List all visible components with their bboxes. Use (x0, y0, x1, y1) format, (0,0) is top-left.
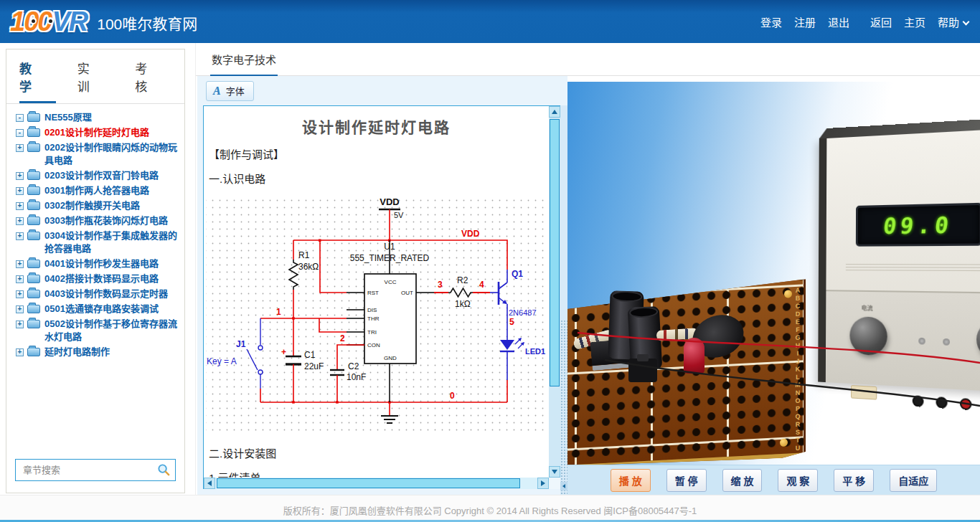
course-tree: -NE555原理 -0201设计制作延时灯电路 +0202设计制作眼睛闪烁的动物… (6, 104, 184, 359)
scroll-down-button[interactable] (549, 466, 560, 478)
auto-fit-button[interactable]: 自适应 (890, 469, 937, 492)
zoom-button[interactable]: 缩 放 (722, 469, 763, 492)
vertical-scroll-thumb[interactable] (550, 119, 560, 386)
tab-digital-electronics[interactable]: 数字电子技术 (210, 52, 278, 77)
content-tabbar: 数字电子技术 (196, 43, 980, 76)
nav-link-home[interactable]: 主页 (904, 14, 925, 29)
svg-text:C2: C2 (348, 361, 359, 371)
board-screw (780, 439, 788, 447)
psu-indicator (918, 338, 925, 345)
content-area: 数字电子技术 A 字体 设计制作延时灯电路 【制作与调试】 一.认识电路 (195, 43, 980, 495)
scroll-right-button[interactable] (537, 478, 549, 489)
tree-expander[interactable]: + (16, 144, 24, 152)
tree-expander[interactable]: - (16, 129, 24, 137)
tree-expander[interactable]: + (16, 232, 24, 240)
tree-item[interactable]: +0302制作触摸开关电路 (16, 199, 180, 212)
svg-text:LED1: LED1 (525, 347, 545, 356)
tree-item[interactable]: +0401设计制作秒发生器电路 (16, 257, 180, 270)
horizontal-scrollbar[interactable] (204, 478, 549, 489)
svg-text:R1: R1 (298, 250, 310, 260)
tree-expander[interactable]: + (16, 290, 24, 298)
psu-knob-panel: 电流 电压 (826, 290, 980, 394)
svg-text:5: 5 (509, 317, 514, 327)
tree-item[interactable]: +0303制作瓶花装饰闪烁灯电路 (16, 214, 180, 227)
font-button[interactable]: A 字体 (206, 81, 254, 101)
doc-section: 1.元件清单 (209, 470, 549, 478)
svg-text:U1: U1 (384, 242, 395, 252)
tree-expander[interactable]: + (16, 172, 24, 180)
play-button[interactable]: 播 放 (611, 469, 651, 492)
tree-expander[interactable]: + (16, 260, 24, 268)
tree-item[interactable]: +0203设计制作双音门铃电路 (16, 169, 180, 182)
horizontal-scroll-thumb[interactable] (217, 478, 520, 488)
site-title: 100唯尔教育网 (97, 12, 197, 34)
tree-expander[interactable]: + (16, 275, 24, 283)
tree-item[interactable]: +0402搭接计数译码显示电路 (16, 272, 180, 285)
chevron-down-icon (963, 19, 970, 26)
folder-icon (27, 348, 40, 356)
nav-link-logout[interactable]: 退出 (828, 14, 849, 29)
tree-item[interactable]: +0403设计制作数码显示定时器 (16, 288, 180, 300)
logo-eye (29, 17, 37, 24)
led-component (684, 338, 705, 374)
doc-title: 设计制作延时灯电路 (204, 115, 549, 137)
tree-expander[interactable]: + (16, 305, 24, 313)
nav-link-register[interactable]: 注册 (794, 14, 816, 29)
tree-expander[interactable]: + (16, 321, 24, 328)
search-input[interactable] (23, 465, 157, 475)
nav-link-back[interactable]: 返回 (870, 14, 892, 29)
3d-viewport[interactable]: 09.0 电压(V) 电流(A) 电流 电压 (567, 82, 980, 465)
nav-link-login[interactable]: 登录 (760, 14, 782, 29)
folder-icon (27, 232, 40, 240)
svg-text:TRI: TRI (367, 329, 377, 336)
tree-expander[interactable]: + (16, 217, 24, 225)
tab-training[interactable]: 实 训 (77, 59, 114, 103)
tree-item[interactable]: +0501选通锁存电路安装调试 (16, 303, 180, 315)
tree-item[interactable]: +0202设计制作眼睛闪烁的动物玩具电路 (16, 141, 180, 167)
search-icon[interactable] (157, 463, 171, 477)
nav-link-help[interactable]: 帮助 (938, 14, 969, 29)
scroll-left-button[interactable] (204, 478, 215, 489)
tree-item[interactable]: +0502设计制作基于移位寄存器流水灯电路 (16, 318, 180, 343)
observe-button[interactable]: 观 察 (778, 469, 818, 492)
svg-text:CON: CON (367, 342, 380, 348)
svg-text:+: + (281, 347, 286, 357)
svg-text:2: 2 (340, 333, 345, 343)
page: 100VR 100唯尔教育网 登录 注册 退出 返回 主页 帮助 教 学 实 训… (0, 0, 980, 522)
logo[interactable]: 100VR 100唯尔教育网 (10, 6, 197, 37)
folder-icon (27, 201, 40, 210)
tree-item[interactable]: +0301制作两人抢答器电路 (16, 184, 180, 197)
tree-item[interactable]: +延时灯电路制作 (16, 346, 180, 359)
scroll-up-button[interactable] (549, 106, 560, 118)
doc-content: 设计制作延时灯电路 【制作与调试】 一.认识电路 VDD (204, 106, 549, 478)
folder-icon (27, 186, 40, 195)
vertical-scrollbar[interactable] (549, 106, 560, 478)
psu-display: 09.0 (856, 203, 980, 247)
svg-text:0: 0 (450, 391, 455, 401)
tree-expander[interactable]: + (16, 202, 24, 210)
pause-button[interactable]: 暂 停 (666, 469, 707, 492)
folder-icon (27, 171, 40, 180)
tab-assessment[interactable]: 考 核 (135, 59, 171, 103)
tree-item-selected[interactable]: -0201设计制作延时灯电路 (16, 126, 180, 139)
tab-teaching[interactable]: 教 学 (19, 59, 56, 103)
psu-groove (846, 264, 980, 265)
svg-text:VDD: VDD (461, 229, 480, 239)
tree-item[interactable]: +0304设计制作基于集成触发器的抢答器电路 (16, 229, 180, 255)
simulation-panel: 09.0 电压(V) 电流(A) 电流 电压 (567, 76, 980, 495)
svg-text:R2: R2 (457, 275, 468, 285)
mini-scroll-arrow[interactable] (560, 482, 567, 490)
outer-scrollbar-strip[interactable] (560, 105, 567, 495)
tree-expander[interactable]: - (16, 114, 24, 122)
copyright-text: 版权所有：厦门凤凰创壹软件有限公司 Copyright © 2014 All R… (0, 503, 980, 517)
folder-icon (27, 260, 40, 268)
tree-expander[interactable]: + (16, 187, 24, 195)
svg-text:4: 4 (479, 280, 484, 290)
board-row-letters: ABCDEFGHIJKLMNOPQRSTUVWX (794, 287, 801, 452)
tree-item[interactable]: -NE555原理 (16, 111, 180, 124)
header-nav: 登录 注册 退出 返回 主页 帮助 (760, 14, 969, 29)
svg-text:1: 1 (276, 307, 281, 317)
pan-button[interactable]: 平 移 (834, 469, 874, 492)
psu-post-red (960, 398, 971, 410)
tree-expander[interactable]: + (16, 348, 24, 356)
